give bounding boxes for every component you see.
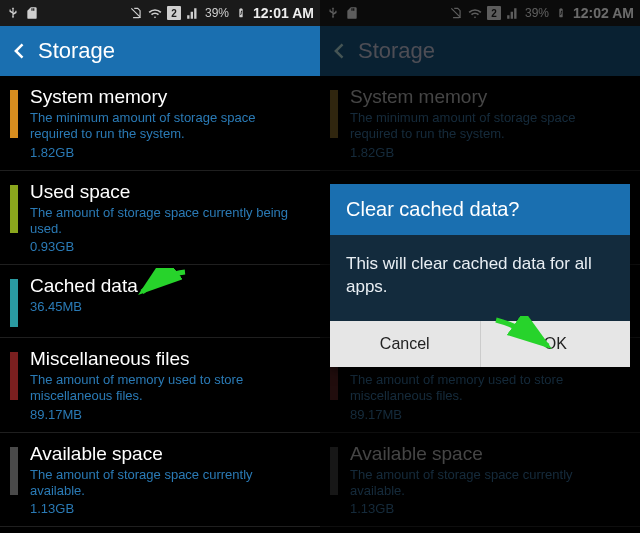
battery-charging-icon — [234, 6, 248, 20]
ok-button[interactable]: OK — [480, 321, 631, 367]
row-size: 0.93GB — [30, 239, 306, 254]
row-available-space[interactable]: Available space The amount of storage sp… — [0, 433, 320, 528]
cancel-button[interactable]: Cancel — [330, 321, 480, 367]
storage-list: System memory The minimum amount of stor… — [0, 76, 320, 527]
status-bar: 2 39% 12:01 AM — [0, 0, 320, 26]
dialog-button-bar: Cancel OK — [330, 321, 630, 367]
row-title: Available space — [30, 443, 306, 465]
color-swatch — [10, 185, 18, 233]
page-title: Storage — [38, 38, 115, 64]
color-swatch — [10, 279, 18, 327]
row-desc: The amount of memory used to store misce… — [30, 372, 306, 405]
dialog-title: Clear cached data? — [330, 184, 630, 235]
row-title: Used space — [30, 181, 306, 203]
row-cached-data[interactable]: Cached data 36.45MB — [0, 265, 320, 338]
usb-icon — [6, 6, 20, 20]
row-used-space[interactable]: Used space The amount of storage space c… — [0, 171, 320, 266]
sim-slot-2-icon: 2 — [167, 6, 181, 20]
sd-card-icon — [25, 6, 39, 20]
row-misc-files[interactable]: Miscellaneous files The amount of memory… — [0, 338, 320, 433]
clock: 12:01 AM — [253, 5, 314, 21]
row-desc: The amount of storage space currently be… — [30, 205, 306, 238]
signal-icon — [186, 6, 200, 20]
screen-storage-list: 2 39% 12:01 AM Storage System memory The… — [0, 0, 320, 533]
row-size: 1.13GB — [30, 501, 306, 516]
wifi-icon — [148, 6, 162, 20]
color-swatch — [10, 447, 18, 495]
row-desc: The minimum amount of storage space requ… — [30, 110, 306, 143]
dialog-body: This will clear cached data for all apps… — [330, 235, 630, 321]
screen-storage-dialog: 2 39% 12:02 AM Storage System memory The… — [320, 0, 640, 533]
color-swatch — [10, 90, 18, 138]
no-sim-icon — [129, 6, 143, 20]
row-desc: The amount of storage space currently av… — [30, 467, 306, 500]
battery-percent: 39% — [205, 6, 229, 20]
row-size: 1.82GB — [30, 145, 306, 160]
color-swatch — [10, 352, 18, 400]
back-icon[interactable] — [10, 41, 30, 61]
app-header: Storage — [0, 26, 320, 76]
row-title: Cached data — [30, 275, 306, 297]
row-size: 36.45MB — [30, 299, 306, 314]
row-system-memory[interactable]: System memory The minimum amount of stor… — [0, 76, 320, 171]
row-title: System memory — [30, 86, 306, 108]
row-size: 89.17MB — [30, 407, 306, 422]
clear-cache-dialog: Clear cached data? This will clear cache… — [330, 184, 630, 367]
row-title: Miscellaneous files — [30, 348, 306, 370]
